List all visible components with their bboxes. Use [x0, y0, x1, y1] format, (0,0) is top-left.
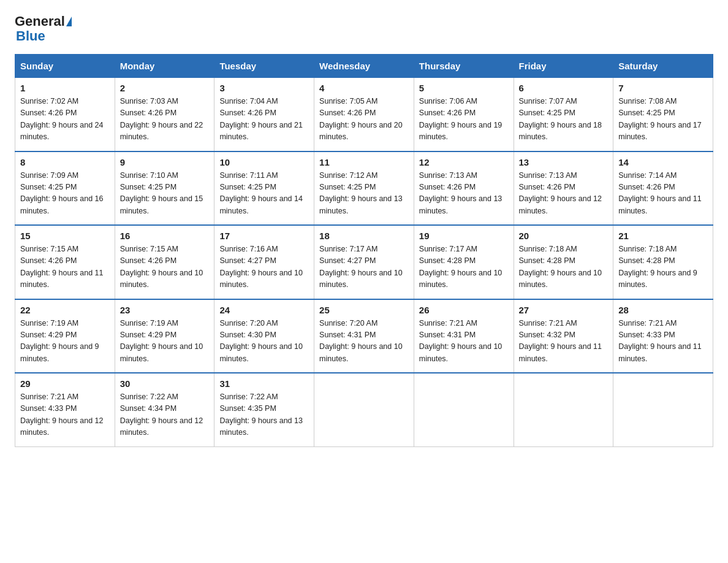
day-info: Sunrise: 7:02 AMSunset: 4:26 PMDaylight:… [20, 96, 110, 144]
day-number: 21 [618, 231, 708, 241]
day-number: 22 [20, 305, 110, 315]
calendar-cell: 10Sunrise: 7:11 AMSunset: 4:25 PMDayligh… [214, 151, 314, 226]
day-number: 9 [120, 157, 210, 167]
calendar-week-row: 8Sunrise: 7:09 AMSunset: 4:25 PMDaylight… [15, 151, 713, 226]
day-number: 28 [618, 305, 708, 315]
day-info: Sunrise: 7:13 AMSunset: 4:26 PMDaylight:… [519, 170, 609, 218]
calendar-cell: 7Sunrise: 7:08 AMSunset: 4:25 PMDaylight… [613, 78, 713, 151]
calendar-cell: 27Sunrise: 7:21 AMSunset: 4:32 PMDayligh… [514, 299, 613, 373]
calendar-cell: 2Sunrise: 7:03 AMSunset: 4:26 PMDaylight… [115, 78, 214, 151]
day-info: Sunrise: 7:21 AMSunset: 4:32 PMDaylight:… [519, 318, 609, 366]
calendar-cell: 30Sunrise: 7:22 AMSunset: 4:34 PMDayligh… [115, 373, 214, 446]
calendar-cell: 29Sunrise: 7:21 AMSunset: 4:33 PMDayligh… [15, 373, 115, 446]
day-info: Sunrise: 7:10 AMSunset: 4:25 PMDaylight:… [120, 170, 210, 218]
calendar-week-row: 29Sunrise: 7:21 AMSunset: 4:33 PMDayligh… [15, 373, 713, 446]
col-header-friday: Friday [514, 55, 613, 78]
col-header-thursday: Thursday [414, 55, 514, 78]
logo: General Blue [15, 15, 72, 44]
calendar-cell: 13Sunrise: 7:13 AMSunset: 4:26 PMDayligh… [514, 151, 613, 226]
calendar-cell: 24Sunrise: 7:20 AMSunset: 4:30 PMDayligh… [214, 299, 314, 373]
day-number: 2 [120, 83, 210, 93]
calendar-cell: 23Sunrise: 7:19 AMSunset: 4:29 PMDayligh… [115, 299, 214, 373]
calendar-cell: 15Sunrise: 7:15 AMSunset: 4:26 PMDayligh… [15, 225, 115, 299]
calendar-cell [613, 373, 713, 446]
calendar-week-row: 1Sunrise: 7:02 AMSunset: 4:26 PMDaylight… [15, 78, 713, 151]
day-info: Sunrise: 7:22 AMSunset: 4:35 PMDaylight:… [219, 391, 309, 439]
day-number: 26 [419, 305, 509, 315]
day-number: 6 [519, 83, 609, 93]
day-info: Sunrise: 7:18 AMSunset: 4:28 PMDaylight:… [519, 243, 609, 291]
calendar-cell [514, 373, 613, 446]
calendar-cell: 1Sunrise: 7:02 AMSunset: 4:26 PMDaylight… [15, 78, 115, 151]
calendar-cell: 21Sunrise: 7:18 AMSunset: 4:28 PMDayligh… [613, 225, 713, 299]
calendar-header-row: SundayMondayTuesdayWednesdayThursdayFrid… [15, 55, 713, 78]
day-number: 11 [319, 157, 409, 167]
calendar-cell: 18Sunrise: 7:17 AMSunset: 4:27 PMDayligh… [314, 225, 414, 299]
day-info: Sunrise: 7:17 AMSunset: 4:28 PMDaylight:… [419, 243, 509, 291]
calendar-cell: 26Sunrise: 7:21 AMSunset: 4:31 PMDayligh… [414, 299, 514, 373]
calendar-cell: 20Sunrise: 7:18 AMSunset: 4:28 PMDayligh… [514, 225, 613, 299]
day-number: 8 [20, 157, 110, 167]
day-info: Sunrise: 7:22 AMSunset: 4:34 PMDaylight:… [120, 391, 210, 439]
day-number: 29 [20, 378, 110, 389]
day-info: Sunrise: 7:14 AMSunset: 4:26 PMDaylight:… [618, 170, 708, 218]
calendar-week-row: 22Sunrise: 7:19 AMSunset: 4:29 PMDayligh… [15, 299, 713, 373]
day-number: 3 [219, 83, 309, 93]
day-number: 31 [219, 378, 309, 389]
calendar-cell: 28Sunrise: 7:21 AMSunset: 4:33 PMDayligh… [613, 299, 713, 373]
calendar-cell: 19Sunrise: 7:17 AMSunset: 4:28 PMDayligh… [414, 225, 514, 299]
day-info: Sunrise: 7:19 AMSunset: 4:29 PMDaylight:… [120, 318, 210, 366]
calendar-cell: 3Sunrise: 7:04 AMSunset: 4:26 PMDaylight… [214, 78, 314, 151]
day-info: Sunrise: 7:06 AMSunset: 4:26 PMDaylight:… [419, 96, 509, 144]
day-number: 14 [618, 157, 708, 167]
day-number: 27 [519, 305, 609, 315]
col-header-wednesday: Wednesday [314, 55, 414, 78]
day-number: 5 [419, 83, 509, 93]
logo-triangle-icon [66, 17, 72, 26]
day-info: Sunrise: 7:21 AMSunset: 4:33 PMDaylight:… [618, 318, 708, 366]
day-info: Sunrise: 7:17 AMSunset: 4:27 PMDaylight:… [319, 243, 409, 291]
day-number: 25 [319, 305, 409, 315]
logo-blue-text: Blue [16, 28, 45, 44]
col-header-monday: Monday [115, 55, 214, 78]
calendar-cell: 6Sunrise: 7:07 AMSunset: 4:25 PMDaylight… [514, 78, 613, 151]
day-info: Sunrise: 7:03 AMSunset: 4:26 PMDaylight:… [120, 96, 210, 144]
day-number: 7 [618, 83, 708, 93]
day-info: Sunrise: 7:07 AMSunset: 4:25 PMDaylight:… [519, 96, 609, 144]
calendar-cell: 16Sunrise: 7:15 AMSunset: 4:26 PMDayligh… [115, 225, 214, 299]
col-header-saturday: Saturday [613, 55, 713, 78]
day-info: Sunrise: 7:13 AMSunset: 4:26 PMDaylight:… [419, 170, 509, 218]
day-info: Sunrise: 7:18 AMSunset: 4:28 PMDaylight:… [618, 243, 708, 291]
day-info: Sunrise: 7:20 AMSunset: 4:30 PMDaylight:… [219, 318, 309, 366]
day-number: 17 [219, 231, 309, 241]
day-number: 18 [319, 231, 409, 241]
calendar-cell [414, 373, 514, 446]
day-info: Sunrise: 7:20 AMSunset: 4:31 PMDaylight:… [319, 318, 409, 366]
day-info: Sunrise: 7:19 AMSunset: 4:29 PMDaylight:… [20, 318, 110, 366]
calendar-cell: 5Sunrise: 7:06 AMSunset: 4:26 PMDaylight… [414, 78, 514, 151]
calendar-cell: 8Sunrise: 7:09 AMSunset: 4:25 PMDaylight… [15, 151, 115, 226]
day-number: 4 [319, 83, 409, 93]
calendar-cell [314, 373, 414, 446]
col-header-sunday: Sunday [15, 55, 115, 78]
day-info: Sunrise: 7:11 AMSunset: 4:25 PMDaylight:… [219, 170, 309, 218]
day-number: 30 [120, 378, 210, 389]
day-number: 15 [20, 231, 110, 241]
day-info: Sunrise: 7:09 AMSunset: 4:25 PMDaylight:… [20, 170, 110, 218]
calendar-week-row: 15Sunrise: 7:15 AMSunset: 4:26 PMDayligh… [15, 225, 713, 299]
day-number: 13 [519, 157, 609, 167]
day-info: Sunrise: 7:21 AMSunset: 4:31 PMDaylight:… [419, 318, 509, 366]
day-number: 1 [20, 83, 110, 93]
day-info: Sunrise: 7:08 AMSunset: 4:25 PMDaylight:… [618, 96, 708, 144]
logo-general-text: General [15, 15, 65, 28]
calendar-cell: 22Sunrise: 7:19 AMSunset: 4:29 PMDayligh… [15, 299, 115, 373]
calendar-cell: 4Sunrise: 7:05 AMSunset: 4:26 PMDaylight… [314, 78, 414, 151]
day-number: 23 [120, 305, 210, 315]
calendar-cell: 31Sunrise: 7:22 AMSunset: 4:35 PMDayligh… [214, 373, 314, 446]
calendar-cell: 12Sunrise: 7:13 AMSunset: 4:26 PMDayligh… [414, 151, 514, 226]
day-info: Sunrise: 7:04 AMSunset: 4:26 PMDaylight:… [219, 96, 309, 144]
day-number: 20 [519, 231, 609, 241]
day-number: 16 [120, 231, 210, 241]
day-number: 19 [419, 231, 509, 241]
calendar-cell: 17Sunrise: 7:16 AMSunset: 4:27 PMDayligh… [214, 225, 314, 299]
